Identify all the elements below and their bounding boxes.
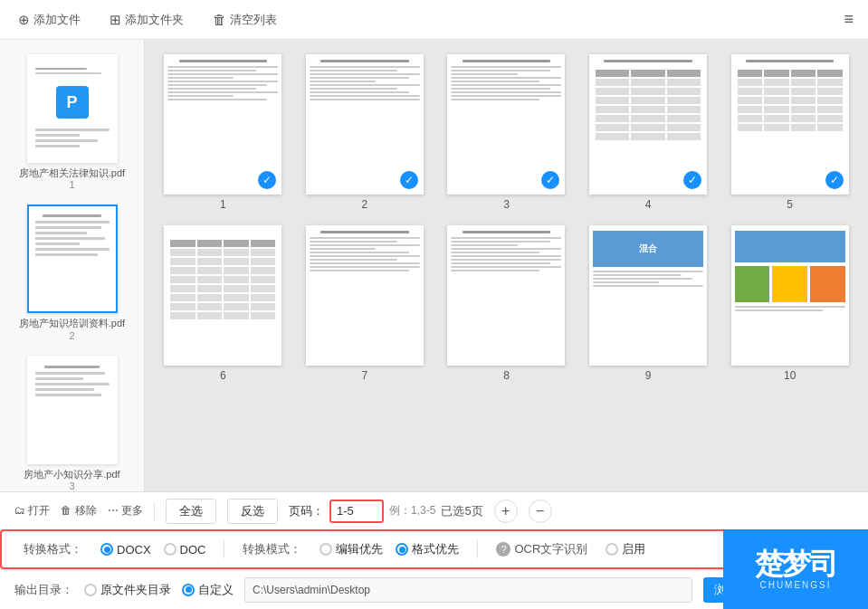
doc-radio-dot [164,543,176,556]
page-thumb-8[interactable] [447,225,565,366]
doc-radio[interactable]: DOC [164,543,206,557]
select-all-button[interactable]: 全选 [166,499,216,524]
convert-logo-char: 楚梦司 [755,549,836,578]
format-first-radio[interactable]: 格式优先 [396,541,459,557]
page-check-5: ✓ [825,171,844,189]
open-btn-sm[interactable]: 🗂 打开 [14,503,50,519]
page-num-1: 1 [220,198,226,211]
page-preview: ✓ 1 ✓ 2 [145,40,868,491]
page-grid: ✓ 1 ✓ 2 [159,54,854,382]
bottom-section: 输出目录： 原文件夹目录 自定义 C:\Users\admin\Desktop … [0,569,868,609]
custom-dir-radio[interactable]: 自定义 [182,582,234,598]
page-thumb-2[interactable]: ✓ [306,54,424,195]
page-cell-7: 7 [301,225,429,382]
page-cell-8: 8 [443,225,570,382]
page-thumb-5[interactable]: ✓ [731,54,849,195]
add-folder-label: 添加文件夹 [125,12,184,28]
page-num-5: 5 [787,198,793,211]
doc-label: DOC [180,543,206,557]
format-first-label: 格式优先 [412,541,459,557]
file-num-1: 1 [69,179,74,190]
edit-first-radio[interactable]: 编辑优先 [320,541,383,557]
page-thumb-1[interactable]: ✓ [164,54,281,195]
mode-label: 转换模式： [243,541,301,557]
file-name-3: 房地产小知识分享.pdf [24,468,119,481]
zoom-out-button[interactable]: − [529,500,552,523]
custom-dir-dot [182,584,195,596]
add-folder-icon: ⊞ [110,12,121,28]
file-name-2: 房地产知识培训资料.pdf [19,317,125,329]
page-cell-1: ✓ 1 [159,54,287,211]
divider-format [224,540,224,558]
page-cell-4: ✓ 4 [585,54,712,211]
page-thumb-4[interactable]: ✓ [589,54,707,195]
more-btn-sm[interactable]: ⋯ 更多 [108,503,143,519]
docx-label: DOCX [117,543,151,557]
page-check-4: ✓ [683,171,701,189]
file-num-2: 2 [69,330,74,341]
page-thumb-9[interactable]: 混合 [589,225,707,366]
format-type-group: DOCX DOC [100,543,205,557]
file-item-3[interactable]: 房地产小知识分享.pdf 3 [0,348,144,491]
file-thumb-2 [27,205,118,313]
ocr-label: OCR文字识别 [514,541,587,557]
mode-group: 编辑优先 格式优先 [320,541,459,557]
invert-button[interactable]: 反选 [227,499,278,524]
page-thumb-3[interactable]: ✓ [447,54,565,195]
menu-icon[interactable]: ≡ [844,10,854,29]
page-input-group: 页码： 例：1,3-5 已选5页 [289,500,483,523]
add-folder-button[interactable]: ⊞ 添加文件夹 [106,10,187,30]
edit-first-label: 编辑优先 [336,541,383,557]
docx-radio[interactable]: DOCX [100,543,151,557]
page-num-7: 7 [362,369,368,382]
file-thumb-3 [27,356,118,464]
page-cell-10: 10 [726,225,854,382]
convert-button[interactable]: 楚梦司 CHUMENGSI [723,529,868,609]
page-cell-2: ✓ 2 [301,54,429,211]
clear-list-label: 清空列表 [230,12,277,28]
custom-dir-label: 自定义 [198,582,234,598]
file-thumb-content-1: P [32,59,113,158]
original-dir-label: 原文件夹目录 [100,582,171,598]
page-num-4: 4 [645,198,652,211]
help-icon: ? [496,542,510,557]
file-thumb-content-2 [32,209,113,309]
file-item-1[interactable]: P 房地产相关法律知识.pdf 1 [0,47,144,197]
page-cell-5: ✓ 5 [726,54,854,211]
add-file-label: 添加文件 [33,12,81,28]
ocr-enable-label: 启用 [622,541,645,557]
file-name-1: 房地产相关法律知识.pdf [19,167,125,179]
format-label: 转换格式： [24,541,82,557]
page-num-8: 8 [503,369,510,382]
add-file-button[interactable]: ⊕ 添加文件 [14,10,84,30]
ocr-enable-dot [606,543,618,556]
page-input[interactable] [329,500,384,523]
output-path-text: C:\Users\admin\Desktop [253,584,370,596]
page-thumb-6[interactable] [164,225,281,366]
page-num-6: 6 [220,369,226,382]
clear-list-button[interactable]: 🗑 清空列表 [209,10,281,30]
original-dir-dot [84,584,97,596]
page-cell-3: ✓ 3 [443,54,570,211]
file-item-2[interactable]: 房地产知识培训资料.pdf 2 [0,197,144,347]
edit-first-dot [320,543,332,556]
divider-mode [477,540,478,558]
ocr-group: ? OCR文字识别 [496,541,587,557]
page-num-9: 9 [645,369,652,382]
remove-btn-sm[interactable]: 🗑 移除 [61,503,96,519]
zoom-in-button[interactable]: + [494,500,518,523]
add-file-icon: ⊕ [18,12,30,28]
convert-brand: CHUMENGSI [759,580,831,590]
divider-1 [154,502,155,520]
selected-info: 已选5页 [441,503,482,519]
page-num-10: 10 [784,369,796,382]
file-thumb-1: P [27,54,118,163]
docx-radio-dot [100,543,113,556]
original-dir-radio[interactable]: 原文件夹目录 [84,582,171,598]
ocr-enable-radio[interactable]: 启用 [606,541,645,557]
page-thumb-7[interactable] [306,225,424,366]
page-thumb-10[interactable] [731,225,849,366]
file-num-3: 3 [69,481,74,491]
format-first-dot [396,543,408,556]
page-num-3: 3 [503,198,510,211]
